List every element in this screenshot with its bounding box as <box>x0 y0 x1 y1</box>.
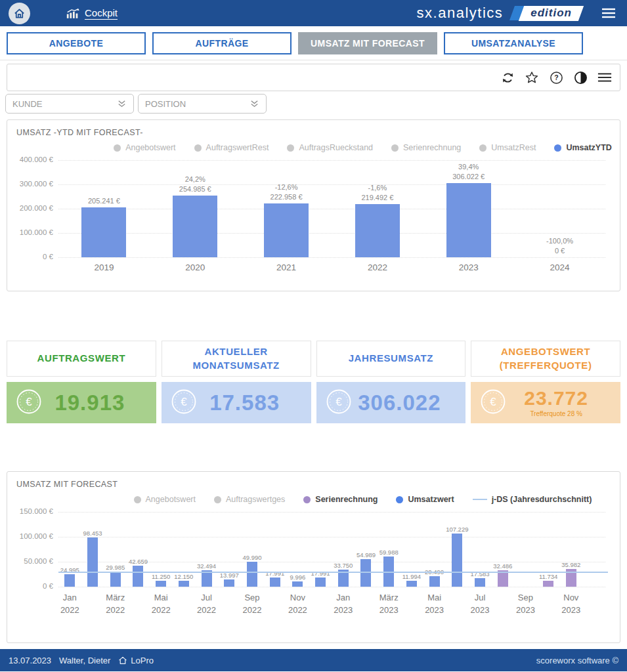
tab-umsatzanalyse[interactable]: UMSATZANALYSE <box>444 32 583 54</box>
nav-cockpit[interactable]: Cockpit <box>66 7 118 20</box>
home-icon <box>118 656 127 665</box>
legend-label: j-DS (Jahresdurchschnitt) <box>492 495 592 504</box>
legend-item[interactable]: AuftragsRueckstand <box>287 143 373 152</box>
x-axis-tick <box>582 592 605 617</box>
bar[interactable] <box>81 207 126 257</box>
bar[interactable] <box>446 183 491 257</box>
favorite-star-icon[interactable] <box>525 70 539 85</box>
legend-item[interactable]: Auftragswertges <box>214 495 285 504</box>
bar[interactable] <box>543 581 553 587</box>
kpi-subtext: Trefferquote 28 % <box>530 410 582 417</box>
bar[interactable] <box>110 572 121 587</box>
bar-value-label: -12,6%222.958 € <box>270 182 303 202</box>
chart1-bar-group: -1,6%219.492 € <box>332 160 423 257</box>
bar[interactable] <box>87 537 98 587</box>
bar-value-label: 17.991 <box>311 570 330 577</box>
tab-aufträge[interactable]: AUFTRÄGE <box>152 32 292 54</box>
bar[interactable] <box>452 534 462 587</box>
chart2-bar-group: 11.250 <box>150 512 173 587</box>
home-button[interactable] <box>9 3 30 24</box>
kpi-title-angebotswert: ANGEBOTSWERT (TREFFERQUOTE) <box>471 341 620 377</box>
kpi-title-auftragswert: AUFTRAGSWERT <box>7 341 156 377</box>
legend-item[interactable]: UmsatzRest <box>479 143 536 152</box>
bar-value-label: 107.229 <box>446 526 468 533</box>
gridline <box>58 587 605 587</box>
legend-item[interactable]: Serienrechnung <box>303 495 378 504</box>
bar[interactable] <box>360 559 371 587</box>
legend-dot-icon <box>287 144 294 152</box>
bar[interactable] <box>64 574 75 587</box>
x-axis-tick: Mai2023 <box>423 592 446 617</box>
help-icon[interactable]: ? <box>549 70 563 85</box>
bar-value-label: 12.150 <box>174 573 193 580</box>
legend-dot-icon <box>554 144 561 152</box>
legend-item[interactable]: Umsatzwert <box>396 495 454 504</box>
tab-angebote[interactable]: ANGEBOTE <box>7 32 146 54</box>
position-select[interactable]: POSITION <box>138 94 267 114</box>
kpi-value-monatsumsatz: € 17.583 <box>162 382 311 423</box>
x-axis-tick: 2024 <box>514 261 605 274</box>
x-axis-tick: 2019 <box>58 261 150 274</box>
kpi-number: 17.583 <box>197 390 302 415</box>
bar[interactable] <box>264 203 309 257</box>
bar[interactable] <box>429 576 440 587</box>
legend-item[interactable]: Serienrechnung <box>391 143 461 152</box>
x-axis-tick <box>355 592 378 617</box>
x-axis-tick: 2020 <box>150 261 241 274</box>
chart1-title: UMSATZ -YTD MIT FORECAST- <box>16 128 611 137</box>
kunde-select-label: KUNDE <box>12 99 43 109</box>
legend-item[interactable]: j-DS (Jahresdurchschnitt) <box>473 495 592 504</box>
bar[interactable] <box>355 204 400 257</box>
chart2-title: UMSATZ MIT FORECAST <box>16 480 611 489</box>
toolbar-menu-icon[interactable] <box>597 70 612 85</box>
bar-value-label: 11.250 <box>152 573 170 580</box>
bar[interactable] <box>270 578 280 587</box>
bar[interactable] <box>406 581 417 587</box>
y-axis-tick: 0 € <box>43 582 53 590</box>
bar[interactable] <box>247 562 257 587</box>
chart1-bar-group: 205.241 € <box>58 160 150 257</box>
bar[interactable] <box>315 578 326 587</box>
contrast-icon[interactable] <box>573 70 588 85</box>
legend-item[interactable]: Angebotswert <box>134 495 196 504</box>
footer-project: LoPro <box>118 656 154 665</box>
bar[interactable] <box>173 196 217 257</box>
bar-value-label: 59.988 <box>379 549 399 556</box>
x-axis-tick: Sep2022 <box>241 592 264 617</box>
bar[interactable] <box>292 581 303 587</box>
legend-label: Angebotswert <box>146 495 196 504</box>
y-axis-tick: 50.000 € <box>24 557 53 565</box>
bar[interactable] <box>224 579 234 587</box>
kunde-select[interactable]: KUNDE <box>5 94 134 114</box>
legend-item[interactable]: Angebotswert <box>114 143 175 152</box>
brand-name: sx.analytics <box>417 5 504 22</box>
legend-item[interactable]: AuftragswertRest <box>194 143 269 152</box>
legend-item[interactable]: UmsatzYTD <box>554 143 611 152</box>
x-axis-tick <box>263 592 286 617</box>
header-menu-button[interactable] <box>601 7 616 19</box>
svg-text:€: € <box>335 396 342 408</box>
y-axis-tick: 200.000 € <box>20 204 53 212</box>
chart2-bars: 24.99598.45329.98542.65911.25012.15032.4… <box>58 512 605 587</box>
x-axis-tick: März2022 <box>104 592 127 617</box>
euro-coin-icon: € <box>171 388 197 417</box>
kpi-value-angebotswert: € 23.772 Trefferquote 28 % <box>471 382 620 423</box>
position-select-label: POSITION <box>145 99 186 109</box>
nav-cockpit-label: Cockpit <box>85 7 118 20</box>
kpi-title-row: AUFTRAGSWERT AKTUELLER MONATSUMSATZ JAHR… <box>7 341 620 377</box>
chart2-bar-group: 13.997 <box>218 512 241 587</box>
euro-coin-icon: € <box>16 388 42 417</box>
bar-value-label: 17.991 <box>265 570 284 577</box>
bar[interactable] <box>179 581 189 587</box>
chart2-bar-group: 29.985 <box>104 512 127 587</box>
tab-umsatz-mit-forecast[interactable]: UMSATZ MIT FORECAST <box>298 32 437 54</box>
menu-icon <box>601 7 616 19</box>
bar[interactable] <box>475 578 485 587</box>
bar[interactable] <box>133 566 143 587</box>
chart1-x-axis: 201920202021202220232024 <box>58 261 605 274</box>
chart1-plot-area: 400.000 €300.000 €200.000 €100.000 €0 € … <box>16 160 611 257</box>
refresh-icon[interactable] <box>500 70 515 85</box>
chart2-bar-group: 49.990 <box>241 512 264 587</box>
y-axis-tick: 400.000 € <box>20 156 53 163</box>
bar[interactable] <box>156 581 166 587</box>
